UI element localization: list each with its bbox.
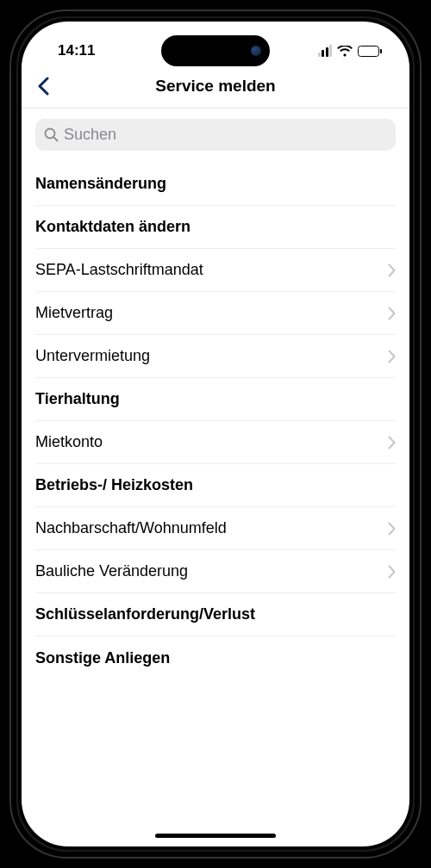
- list-item[interactable]: Kontaktdaten ändern: [35, 206, 396, 249]
- list-item-label: Betriebs-/ Heizkosten: [35, 476, 193, 494]
- list-item[interactable]: Tierhaltung: [35, 378, 396, 421]
- search-icon: [44, 127, 59, 142]
- list-item[interactable]: Namensänderung: [35, 163, 396, 206]
- list-item[interactable]: Sonstige Anliegen: [35, 636, 396, 679]
- list-item[interactable]: Nachbarschaft/Wohnumfeld: [35, 507, 396, 550]
- chevron-right-icon: [388, 350, 396, 363]
- list-item-label: Sonstige Anliegen: [35, 649, 170, 667]
- camera-dot: [251, 46, 261, 56]
- chevron-right-icon: [388, 522, 396, 536]
- list-item[interactable]: SEPA-Lastschriftmandat: [35, 249, 396, 292]
- chevron-right-icon: [388, 264, 396, 277]
- list-item[interactable]: Betriebs-/ Heizkosten: [35, 464, 396, 507]
- phone-bezel: 14:11: [18, 18, 413, 850]
- svg-line-1: [53, 137, 57, 140]
- battery-icon: [358, 46, 382, 57]
- list-item-label: Nachbarschaft/Wohnumfeld: [35, 519, 227, 537]
- list-item-label: Mietvertrag: [35, 304, 113, 322]
- cellular-signal-icon: [318, 45, 333, 57]
- chevron-right-icon: [388, 436, 396, 450]
- list-item-label: Mietkonto: [35, 433, 103, 451]
- back-button[interactable]: [37, 77, 49, 96]
- list-item-label: Untervermietung: [35, 347, 150, 365]
- home-indicator[interactable]: [155, 834, 276, 838]
- search-input[interactable]: [64, 126, 387, 144]
- list-item-label: Bauliche Veränderung: [35, 562, 188, 580]
- phone-frame: 14:11: [9, 9, 422, 859]
- status-indicators: [318, 45, 383, 57]
- list-item-label: Tierhaltung: [35, 390, 120, 408]
- chevron-left-icon: [37, 77, 49, 96]
- list-item[interactable]: Bauliche Veränderung: [35, 550, 396, 593]
- screen: 14:11: [22, 22, 409, 846]
- list-item-label: SEPA-Lastschriftmandat: [35, 261, 203, 279]
- content-area: NamensänderungKontaktdaten ändernSEPA-La…: [22, 108, 409, 679]
- status-time: 14:11: [58, 42, 95, 59]
- search-field[interactable]: [35, 119, 396, 151]
- list-item-label: Kontaktdaten ändern: [35, 218, 191, 236]
- chevron-right-icon: [388, 565, 396, 579]
- list-item-label: Namensänderung: [35, 175, 166, 193]
- dynamic-island: [161, 35, 270, 66]
- list-item[interactable]: Schlüsselanforderung/Verlust: [35, 593, 396, 636]
- list-item-label: Schlüsselanforderung/Verlust: [35, 605, 255, 623]
- wifi-icon: [337, 46, 353, 57]
- page-title: Service melden: [35, 77, 396, 96]
- nav-bar: Service melden: [22, 68, 409, 108]
- list-item[interactable]: Mietvertrag: [35, 292, 396, 335]
- list-item[interactable]: Untervermietung: [35, 335, 396, 378]
- list-item[interactable]: Mietkonto: [35, 421, 396, 464]
- service-list: NamensänderungKontaktdaten ändernSEPA-La…: [35, 163, 396, 679]
- chevron-right-icon: [388, 307, 396, 320]
